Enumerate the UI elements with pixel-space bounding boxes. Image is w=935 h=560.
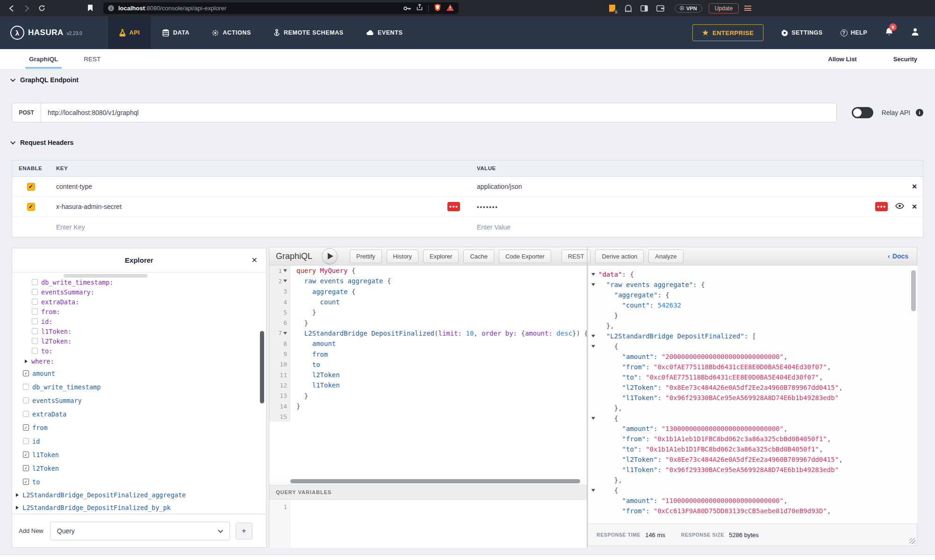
- explorer-item-to[interactable]: ✓to: [12, 475, 266, 488]
- fold-caret-icon[interactable]: [591, 283, 595, 286]
- explorer-item-to-[interactable]: to:: [12, 346, 266, 356]
- code-line[interactable]: 9 from: [269, 349, 587, 359]
- enable-checkbox-checked[interactable]: ✓: [27, 183, 35, 191]
- back-icon[interactable]: [8, 5, 15, 12]
- notes-extension-icon[interactable]: 1: [608, 4, 616, 12]
- explorer-item-db-write-timestamp[interactable]: db_write_timestamp: [12, 380, 266, 394]
- nav-item-data[interactable]: DATA: [151, 16, 201, 49]
- header-key-input[interactable]: x-hasura-admin-secret ●●●: [50, 203, 470, 210]
- brave-shield-icon[interactable]: [434, 4, 441, 13]
- remove-header-icon[interactable]: ✕: [912, 183, 917, 190]
- reload-icon[interactable]: [38, 5, 45, 12]
- query-variables-header[interactable]: QUERY VARIABLES: [269, 485, 587, 500]
- explorer-button[interactable]: Explorer: [423, 250, 459, 263]
- fold-caret-icon[interactable]: [591, 489, 595, 492]
- history-button[interactable]: History: [387, 250, 418, 263]
- checkbox-checked[interactable]: ✓: [23, 452, 29, 458]
- sidebar-extension-icon[interactable]: [640, 5, 648, 12]
- enable-checkbox-checked[interactable]: ✓: [27, 203, 35, 211]
- explorer-item-eventssummary-[interactable]: eventsSummary:: [12, 287, 266, 297]
- password-manager-icon[interactable]: ●●●: [875, 202, 888, 211]
- explorer-item-id-[interactable]: id:: [12, 316, 266, 326]
- share-icon[interactable]: [417, 4, 423, 13]
- explorer-item-extradata-[interactable]: extraData:: [12, 297, 266, 307]
- code-line[interactable]: 14}: [269, 401, 587, 411]
- settings-button[interactable]: SETTINGS: [781, 29, 823, 36]
- fold-caret-icon[interactable]: [283, 280, 287, 282]
- code-line[interactable]: 12 l1Token: [269, 380, 587, 390]
- code-line[interactable]: 15: [269, 411, 587, 422]
- explorer-item-id[interactable]: id: [12, 434, 266, 448]
- explorer-item-from-[interactable]: from:: [12, 307, 266, 316]
- checkbox-unchecked[interactable]: [32, 328, 38, 334]
- relay-api-toggle[interactable]: [852, 107, 873, 118]
- code-line[interactable]: 11 l2Token: [269, 370, 587, 380]
- nav-item-api[interactable]: API: [108, 16, 151, 49]
- vpn-button[interactable]: VPN: [675, 4, 702, 13]
- notifications-button[interactable]: 8: [885, 27, 893, 38]
- graphql-endpoint-input[interactable]: http://localhost:8080/v1/graphql: [41, 103, 837, 122]
- fold-caret-icon[interactable]: [283, 269, 287, 272]
- allow-list-link[interactable]: Allow List: [828, 56, 856, 63]
- user-button[interactable]: [911, 28, 919, 38]
- explorer-item-eventssummary[interactable]: eventsSummary: [12, 394, 266, 407]
- query-editor[interactable]: 1query MyQuery {2 raw_events_aggregate {…: [269, 266, 587, 478]
- new-value-input[interactable]: Enter Value: [470, 223, 924, 231]
- fold-caret-icon[interactable]: [591, 345, 595, 348]
- header-value-input[interactable]: application/json ✕: [470, 183, 924, 190]
- cache-button[interactable]: Cache: [463, 250, 494, 263]
- new-key-input[interactable]: Enter Key: [50, 223, 470, 231]
- endpoint-section-header[interactable]: GraphQL Endpoint: [12, 76, 79, 84]
- site-info-icon[interactable]: i: [108, 5, 114, 11]
- help-button[interactable]: ?HELP: [841, 29, 867, 36]
- hasura-brand[interactable]: λ HASURA v2.23.0: [10, 16, 82, 49]
- hscrollbar-thumb[interactable]: [290, 479, 580, 483]
- explorer-item-l1token[interactable]: ✓l1Token: [12, 448, 266, 461]
- response-viewer[interactable]: "data": { "raw_events_aggregate": { "agg…: [588, 266, 917, 524]
- code-line[interactable]: 13 }: [269, 391, 587, 401]
- checkbox-unchecked[interactable]: [23, 397, 29, 403]
- fold-caret-icon[interactable]: [591, 335, 595, 337]
- explorer-item-l2token[interactable]: ✓l2Token: [12, 461, 266, 475]
- checkbox-unchecked[interactable]: [32, 318, 38, 324]
- bookmark-icon[interactable]: [87, 5, 93, 12]
- derive-action-button[interactable]: Derive action: [595, 250, 644, 263]
- checkbox-checked[interactable]: ✓: [23, 370, 29, 376]
- checkbox-checked[interactable]: ✓: [23, 479, 29, 485]
- explorer-item-db-write-timestamp-[interactable]: db_write_timestamp:: [12, 277, 266, 287]
- checkbox-unchecked[interactable]: [32, 338, 38, 344]
- response-scrollbar[interactable]: [911, 270, 916, 311]
- code-line[interactable]: 1query MyQuery {: [269, 266, 587, 276]
- nav-item-remote-schemas[interactable]: REMOTE SCHEMAS: [262, 16, 355, 49]
- explorer-item-from[interactable]: ✓from: [12, 421, 266, 434]
- code-line[interactable]: 5 }: [269, 307, 587, 317]
- ghost-extension-icon[interactable]: [625, 5, 632, 12]
- code-line[interactable]: 2 raw_events_aggregate {: [269, 276, 587, 286]
- explorer-item-l2token-[interactable]: l2Token:: [12, 336, 266, 346]
- reveal-secret-icon[interactable]: [895, 203, 904, 210]
- docs-button[interactable]: ‹Docs: [888, 252, 908, 260]
- relay-info-icon[interactable]: i: [916, 109, 923, 116]
- menu-icon[interactable]: [744, 5, 751, 12]
- checkbox-checked[interactable]: ✓: [23, 465, 29, 471]
- tab-rest[interactable]: REST: [84, 56, 101, 63]
- fold-caret-icon[interactable]: [591, 273, 595, 276]
- code-line[interactable]: 3 aggregate {: [269, 287, 587, 297]
- explorer-item-where-[interactable]: where:: [12, 356, 266, 366]
- checkbox-unchecked[interactable]: [23, 438, 29, 444]
- code-line[interactable]: 8 amount: [269, 338, 587, 349]
- explorer-item-l2standardbridge-depositfinalized-aggregate[interactable]: L2StandardBridge_DepositFinalized_aggreg…: [12, 488, 266, 501]
- explorer-item-l1token-[interactable]: l1Token:: [12, 326, 266, 336]
- code-line[interactable]: 7 L2StandardBridge_DepositFinalized(limi…: [269, 328, 587, 338]
- explorer-item-extradata[interactable]: extraData: [12, 407, 266, 421]
- checkbox-checked[interactable]: ✓: [23, 424, 29, 431]
- remove-header-icon[interactable]: ✕: [912, 203, 917, 210]
- password-manager-icon[interactable]: ●●●: [447, 202, 460, 211]
- analyze-button[interactable]: Analyze: [648, 250, 683, 263]
- checkbox-unchecked[interactable]: [32, 289, 38, 295]
- query-variables-editor[interactable]: 1: [269, 500, 587, 548]
- code-line[interactable]: 6 }: [269, 317, 587, 328]
- fold-caret-icon[interactable]: [591, 417, 595, 420]
- headers-section-header[interactable]: Request Headers: [12, 139, 73, 146]
- execute-query-button[interactable]: [322, 248, 338, 264]
